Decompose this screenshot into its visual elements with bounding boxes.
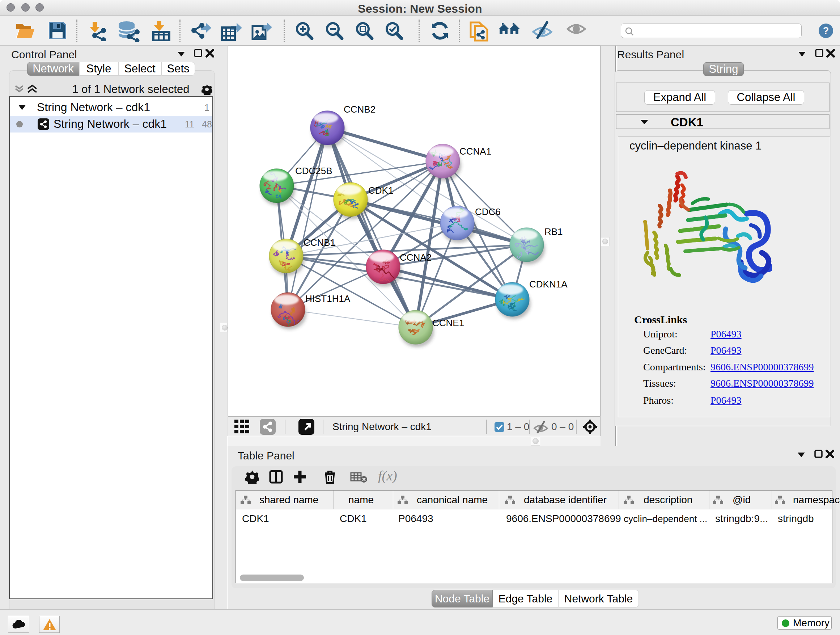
- svg-text:CCNA2: CCNA2: [400, 252, 431, 263]
- svg-text:CDC25B: CDC25B: [295, 165, 332, 176]
- svg-text:CDK1: CDK1: [368, 185, 393, 196]
- svg-text:RB1: RB1: [545, 226, 563, 237]
- svg-text:CCNB1: CCNB1: [303, 237, 335, 248]
- svg-text:CCNE1: CCNE1: [432, 318, 464, 328]
- svg-text:CCNA1: CCNA1: [459, 146, 491, 157]
- svg-text:?: ?: [823, 25, 829, 36]
- svg-text:CDKN1A: CDKN1A: [529, 279, 568, 290]
- svg-text:HIST1H1A: HIST1H1A: [305, 293, 351, 304]
- svg-text:CCNB2: CCNB2: [344, 104, 376, 115]
- svg-text:CDC6: CDC6: [475, 206, 501, 217]
